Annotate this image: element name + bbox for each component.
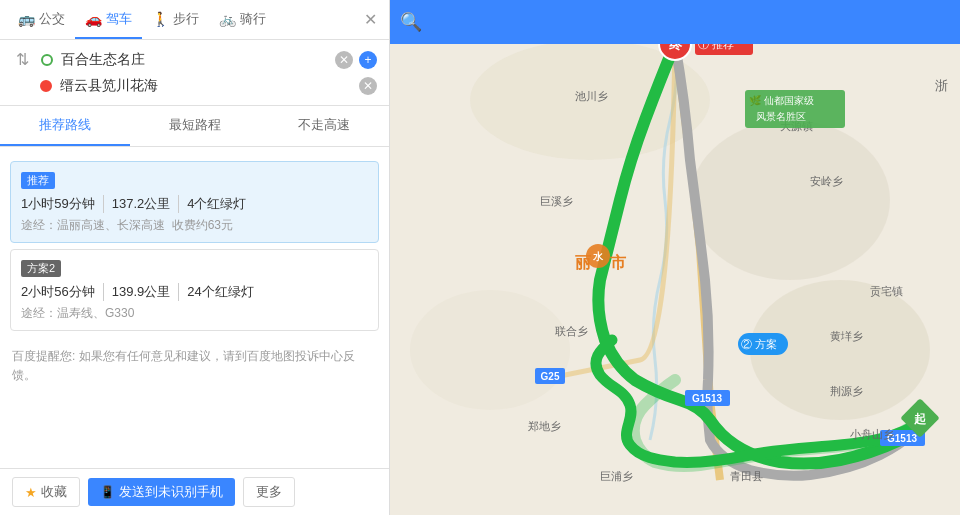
origin-actions: ✕ + [335, 51, 377, 69]
svg-text:郑地乡: 郑地乡 [528, 420, 561, 432]
map-search-bar[interactable]: 🔍 [390, 0, 960, 44]
route-inputs: ⇅ 百合生态名庄 ✕ + 缙云县笕川花海 ✕ [0, 40, 389, 106]
collect-label: 收藏 [41, 483, 67, 501]
svg-text:贡宅镇: 贡宅镇 [870, 285, 903, 298]
bottom-actions: ★ 收藏 📱 发送到未识别手机 更多 [0, 468, 389, 515]
dest-row: 缙云县笕川花海 ✕ [12, 77, 377, 95]
route-1-lights: 4个红绿灯 [179, 195, 254, 213]
svg-text:黄垟乡: 黄垟乡 [830, 330, 863, 342]
transport-tabs: 🚌 公交 🚗 驾车 🚶 步行 🚲 骑行 ✕ [0, 0, 389, 40]
route-2-stats: 2小时56分钟 139.9公里 24个红绿灯 [21, 283, 368, 301]
svg-text:小舟山乡: 小舟山乡 [850, 428, 894, 440]
tab-walk-label: 步行 [173, 10, 199, 28]
svg-text:② 方案: ② 方案 [741, 338, 777, 350]
tab-recommended-label: 推荐路线 [39, 117, 91, 132]
route-card-1[interactable]: 推荐 1小时59分钟 137.2公里 4个红绿灯 途经：温丽高速、长深高速 收费… [10, 161, 379, 243]
route-1-duration: 1小时59分钟 [21, 195, 104, 213]
send-button[interactable]: 📱 发送到未识别手机 [88, 478, 235, 506]
route-type-tabs: 推荐路线 最短路程 不走高速 [0, 106, 389, 147]
svg-point-2 [690, 120, 890, 280]
more-button[interactable]: 更多 [243, 477, 295, 507]
notice-text: 百度提醒您: 如果您有任何意见和建议，请到百度地图投诉中心反馈。 [0, 337, 389, 395]
route-badge-1: 推荐 [21, 172, 55, 189]
svg-text:池川乡: 池川乡 [575, 90, 608, 102]
map-search-icon: 🔍 [400, 11, 422, 33]
route-card-2[interactable]: 方案2 2小时56分钟 139.9公里 24个红绿灯 途经：温寿线、G330 [10, 249, 379, 331]
collect-button[interactable]: ★ 收藏 [12, 477, 80, 507]
tab-walk[interactable]: 🚶 步行 [142, 0, 209, 39]
route-1-stats: 1小时59分钟 137.2公里 4个红绿灯 [21, 195, 368, 213]
swap-button[interactable]: ⇅ [12, 50, 33, 69]
tab-no-highway[interactable]: 不走高速 [259, 106, 389, 146]
tab-recommended[interactable]: 推荐路线 [0, 106, 130, 146]
origin-input[interactable]: 百合生态名庄 [61, 51, 327, 69]
svg-text:风景名胜区: 风景名胜区 [756, 111, 806, 122]
svg-text:巨浦乡: 巨浦乡 [600, 470, 633, 482]
dest-actions: ✕ [359, 77, 377, 95]
svg-text:浙: 浙 [935, 78, 948, 93]
svg-text:🌿 仙都国家级: 🌿 仙都国家级 [749, 94, 814, 107]
phone-icon: 📱 [100, 485, 115, 499]
svg-text:荆源乡: 荆源乡 [830, 385, 863, 397]
svg-text:G1513: G1513 [692, 393, 722, 404]
svg-text:G25: G25 [541, 371, 560, 382]
tab-shortest-label: 最短路程 [169, 117, 221, 132]
origin-add-button[interactable]: + [359, 51, 377, 69]
svg-point-3 [410, 290, 570, 410]
svg-text:市: 市 [610, 253, 627, 271]
tab-drive[interactable]: 🚗 驾车 [75, 0, 142, 39]
tab-bus-label: 公交 [39, 10, 65, 28]
route-results: 推荐 1小时59分钟 137.2公里 4个红绿灯 途经：温丽高速、长深高速 收费… [0, 147, 389, 468]
close-button[interactable]: ✕ [360, 6, 381, 33]
tab-no-highway-label: 不走高速 [298, 117, 350, 132]
bike-icon: 🚲 [219, 11, 236, 27]
route-1-via: 途经：温丽高速、长深高速 收费约63元 [21, 217, 368, 234]
route-1-distance: 137.2公里 [104, 195, 180, 213]
origin-row: ⇅ 百合生态名庄 ✕ + [12, 50, 377, 69]
tab-drive-label: 驾车 [106, 10, 132, 28]
tab-bus[interactable]: 🚌 公交 [8, 0, 75, 39]
origin-dot [41, 54, 53, 66]
svg-text:联合乡: 联合乡 [555, 325, 588, 337]
svg-text:青田县: 青田县 [730, 470, 763, 482]
tab-bike[interactable]: 🚲 骑行 [209, 0, 276, 39]
svg-text:巨溪乡: 巨溪乡 [540, 195, 573, 207]
dest-input[interactable]: 缙云县笕川花海 [60, 77, 351, 95]
origin-clear-button[interactable]: ✕ [335, 51, 353, 69]
route-2-via: 途经：温寿线、G330 [21, 305, 368, 322]
dest-clear-button[interactable]: ✕ [359, 77, 377, 95]
svg-text:水: 水 [592, 251, 604, 262]
route-2-duration: 2小时56分钟 [21, 283, 104, 301]
car-icon: 🚗 [85, 11, 102, 27]
send-label: 发送到未识别手机 [119, 483, 223, 501]
map-svg: G1513 G25 G1513 池川乡 巨溪乡 联合乡 郑地乡 巨浦乡 青田县 … [390, 0, 960, 515]
bus-icon: 🚌 [18, 11, 35, 27]
route-2-lights: 24个红绿灯 [179, 283, 261, 301]
walk-icon: 🚶 [152, 11, 169, 27]
left-panel: 🚌 公交 🚗 驾车 🚶 步行 🚲 骑行 ✕ ⇅ 百合生态名庄 ✕ + [0, 0, 390, 515]
tab-bike-label: 骑行 [240, 10, 266, 28]
dest-dot [40, 80, 52, 92]
more-label: 更多 [256, 484, 282, 499]
star-icon: ★ [25, 485, 37, 500]
map-area[interactable]: G1513 G25 G1513 池川乡 巨溪乡 联合乡 郑地乡 巨浦乡 青田县 … [390, 0, 960, 515]
route-2-distance: 139.9公里 [104, 283, 180, 301]
tab-shortest[interactable]: 最短路程 [130, 106, 260, 146]
route-badge-2: 方案2 [21, 260, 61, 277]
svg-text:起: 起 [913, 412, 927, 426]
svg-text:安岭乡: 安岭乡 [810, 175, 843, 187]
